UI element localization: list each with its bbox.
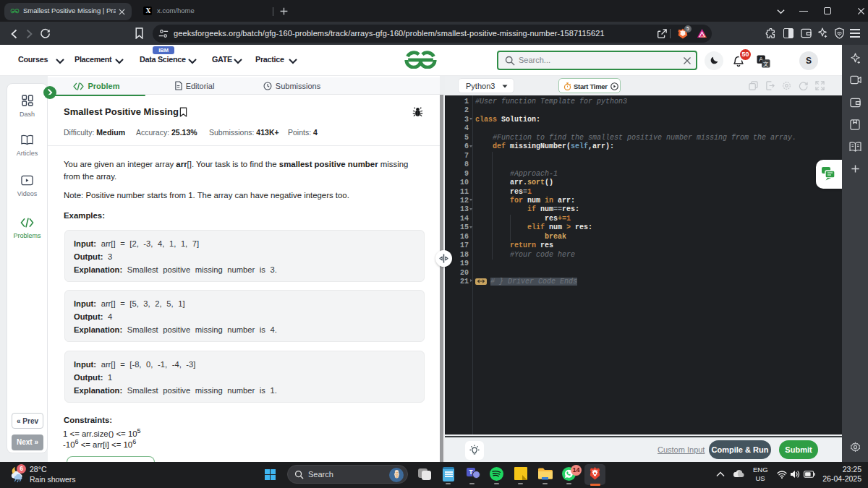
svg-text:文: 文 bbox=[763, 61, 769, 67]
